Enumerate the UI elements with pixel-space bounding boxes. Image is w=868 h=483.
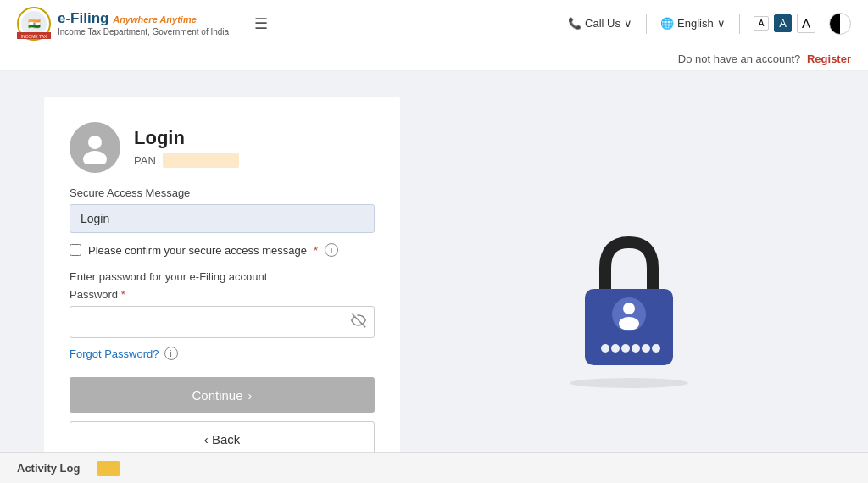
back-button[interactable]: ‹ Back	[70, 421, 375, 457]
sam-confirm-checkbox[interactable]	[70, 244, 81, 256]
lang-chevron-icon: ∨	[717, 17, 726, 30]
logo: 🇮🇳 INCOME TAX e-Filing Anywhere Anytime …	[17, 7, 229, 41]
required-star-sam: *	[314, 244, 318, 257]
register-link[interactable]: Register	[807, 53, 851, 65]
sam-info-icon[interactable]: i	[325, 243, 338, 257]
main-header: 🇮🇳 INCOME TAX e-Filing Anywhere Anytime …	[0, 0, 868, 47]
svg-point-17	[652, 344, 660, 353]
logo-anywhere-label: Anywhere Anytime	[113, 14, 197, 25]
call-chevron-icon: ∨	[624, 17, 632, 30]
no-account-label: Do not have an account?	[678, 53, 801, 65]
language-selector[interactable]: 🌐 English ∨	[660, 17, 726, 30]
svg-text:🇮🇳: 🇮🇳	[28, 17, 41, 30]
lock-illustration	[434, 97, 824, 482]
continue-button[interactable]: Continue ›	[70, 377, 375, 413]
svg-point-5	[88, 136, 102, 149]
phone-icon: 📞	[568, 17, 581, 30]
call-us-button[interactable]: 📞 Call Us ∨	[568, 17, 632, 30]
lock-shadow	[570, 378, 688, 388]
svg-point-13	[611, 344, 620, 353]
activity-log-label: Activity Log	[17, 462, 80, 475]
avatar	[70, 122, 120, 173]
activity-log-tab[interactable]: Activity Log	[17, 462, 80, 475]
svg-point-11	[619, 317, 639, 330]
password-description: Enter password for your e-Filing account	[70, 270, 375, 283]
pan-label: PAN	[134, 154, 156, 167]
password-required-star: *	[121, 288, 125, 301]
font-decrease-button[interactable]: A	[754, 16, 770, 31]
font-increase-button[interactable]: A	[797, 14, 815, 33]
login-title: Login	[134, 127, 239, 149]
call-us-label: Call Us	[585, 17, 620, 30]
svg-point-15	[632, 344, 640, 353]
sam-section-label: Secure Access Message	[70, 186, 375, 199]
header-divider-1	[646, 14, 647, 34]
login-header: Login PAN	[70, 122, 375, 173]
continue-arrow-icon: ›	[248, 388, 253, 402]
password-input[interactable]	[70, 306, 375, 338]
continue-label: Continue	[192, 388, 242, 402]
language-label: English	[677, 17, 714, 30]
sam-confirm-row: Please confirm your secure access messag…	[70, 243, 375, 257]
activity-log-badge	[97, 461, 120, 476]
forgot-password-link[interactable]: Forgot Password?	[70, 347, 159, 360]
password-toggle-icon[interactable]	[351, 313, 366, 331]
avatar-icon	[78, 130, 112, 164]
contrast-button[interactable]	[829, 13, 851, 35]
login-title-area: Login PAN	[134, 127, 239, 168]
svg-text:INCOME TAX: INCOME TAX	[21, 34, 47, 39]
main-content: Login PAN Secure Access Message Login Pl…	[27, 71, 841, 483]
globe-icon: 🌐	[660, 17, 674, 30]
sam-confirm-label: Please confirm your secure access messag…	[88, 244, 307, 257]
logo-subtitle-label: Income Tax Department, Government of Ind…	[58, 27, 229, 36]
forgot-info-icon[interactable]: i	[164, 347, 178, 360]
svg-point-16	[642, 344, 650, 353]
hamburger-menu-button[interactable]: ☰	[254, 14, 268, 33]
header-right: 📞 Call Us ∨ 🌐 English ∨ A A A	[568, 13, 851, 35]
login-panel: Login PAN Secure Access Message Login Pl…	[44, 97, 400, 482]
svg-point-10	[623, 303, 635, 314]
pan-value	[163, 153, 239, 168]
svg-point-14	[621, 344, 630, 353]
lock-icon	[561, 225, 697, 386]
sub-header: Do not have an account? Register	[0, 47, 868, 71]
header-divider-2	[739, 14, 740, 34]
pan-row: PAN	[134, 153, 239, 168]
font-normal-button[interactable]: A	[774, 14, 792, 32]
sam-box: Login	[70, 204, 375, 233]
back-label: ‹ Back	[204, 432, 241, 447]
emblem-icon: 🇮🇳 INCOME TAX	[17, 7, 51, 41]
password-label: Password *	[70, 288, 375, 301]
activity-log-bar: Activity Log	[0, 452, 868, 483]
svg-point-12	[601, 344, 609, 353]
logo-efiling-label: e-Filing	[58, 10, 108, 26]
font-controls: A A A	[754, 14, 815, 33]
forgot-password-row: Forgot Password? i	[70, 347, 375, 360]
logo-text: e-Filing Anywhere Anytime Income Tax Dep…	[58, 10, 229, 36]
password-input-wrap	[70, 306, 375, 338]
svg-point-6	[83, 151, 107, 164]
